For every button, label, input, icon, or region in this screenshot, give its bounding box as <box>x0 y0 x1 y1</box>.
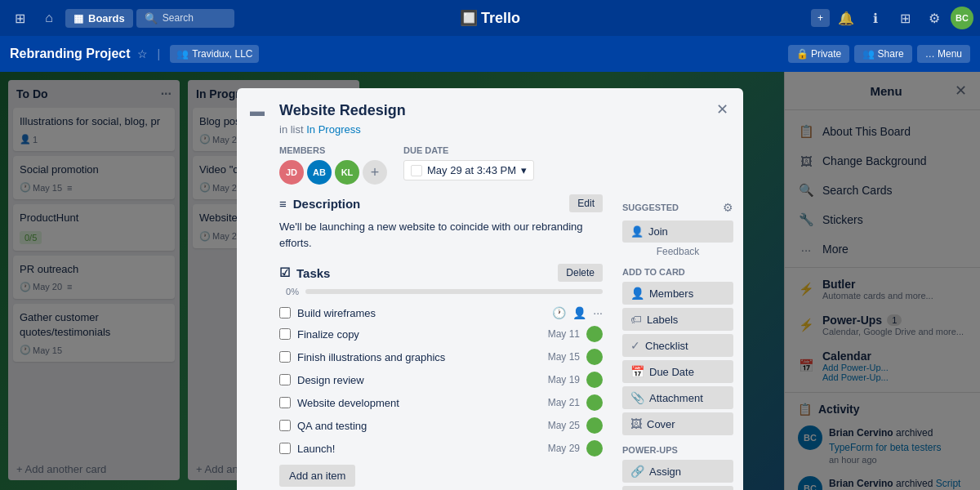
description-icon: ≡ <box>279 197 287 211</box>
topbar: ⊞ ⌂ ▦ Boards 🔍 Search 🔲 Trello + 🔔 ℹ ⊞ ⚙… <box>0 0 980 36</box>
labels-button[interactable]: 🏷 Labels <box>622 308 733 331</box>
due-date-checkbox[interactable] <box>411 165 422 176</box>
grid-icon[interactable]: ⊞ <box>7 5 33 31</box>
settings-icon[interactable]: ⚙ <box>921 5 947 31</box>
checklist-section: ☑ Tasks Delete 0% <box>279 264 603 487</box>
checklist-item-meta: May 29 <box>548 440 603 457</box>
user-avatar[interactable]: BC <box>951 7 973 29</box>
ci-avatar <box>586 349 603 365</box>
share-button[interactable]: 🔒 Private <box>788 45 850 63</box>
meta-row: MEMBERS JD AB KL + DUE DATE May 29 at 3:… <box>237 145 743 194</box>
member-avatar-3[interactable]: KL <box>335 160 359 185</box>
checklist-icon: ✓ <box>630 339 640 352</box>
board-actions: 🔒 Private 👥 Share … Menu <box>788 45 970 63</box>
butler-tips-button[interactable]: 🔔 Butler Tips (2) <box>622 486 733 490</box>
description-header: ≡ Description Edit <box>279 194 603 212</box>
due-date-text: May 25 <box>548 420 580 431</box>
checklist-item: Design review May 19 <box>279 368 603 391</box>
due-date-text: May 19 <box>548 374 580 385</box>
power-ups-label: POWER-UPS <box>622 445 733 455</box>
description-text: We'll be launching a new website to coin… <box>279 219 603 251</box>
ci-avatar <box>586 417 603 434</box>
menu-button[interactable]: … Menu <box>917 45 970 63</box>
assign-button[interactable]: 🔗 Assign <box>622 460 733 483</box>
attachment-button[interactable]: 📎 Attachment <box>622 386 733 409</box>
modal-overlay: ▬ Website Redesign in list In Progress ✕… <box>0 72 980 490</box>
checklist-checkbox[interactable] <box>279 397 291 408</box>
modal-sidebar: SUGGESTED ⚙ 👤 Join Feedback ADD TO CARD … <box>612 194 743 490</box>
more-icon[interactable]: ··· <box>593 306 603 319</box>
delete-checklist-button[interactable]: Delete <box>558 264 603 282</box>
checklist-item-text: QA and testing <box>297 420 367 432</box>
due-date-button[interactable]: 📅 Due Date <box>622 360 733 383</box>
suggested-label: SUGGESTED <box>622 203 679 212</box>
members-icon: 👤 <box>630 287 644 300</box>
members-label: MEMBERS <box>279 145 387 155</box>
checklist-checkbox[interactable] <box>279 307 291 318</box>
notifications-icon[interactable]: 🔔 <box>833 5 859 31</box>
modal-subtitle: in list In Progress <box>279 123 714 136</box>
due-date-picker[interactable]: May 29 at 3:43 PM ▾ <box>403 160 534 180</box>
checklist-checkbox[interactable] <box>279 420 291 431</box>
separator: | <box>158 47 161 60</box>
due-date-value: May 29 at 3:43 PM <box>427 164 516 176</box>
calendar-icon[interactable]: 🕐 <box>552 306 566 319</box>
attachment-icon: 📎 <box>630 391 644 404</box>
join-button[interactable]: 👤 Join <box>622 220 733 243</box>
add-item-button[interactable]: Add an item <box>279 465 355 487</box>
due-date-text: May 15 <box>548 351 580 363</box>
card-modal: ▬ Website Redesign in list In Progress ✕… <box>237 88 743 490</box>
due-date-text: May 21 <box>548 397 580 408</box>
add-member-button[interactable]: + <box>363 160 387 185</box>
checklist-item-meta: May 21 <box>548 394 603 411</box>
edit-description-button[interactable]: Edit <box>569 194 603 212</box>
checklist-button[interactable]: ✓ Checklist <box>622 334 733 357</box>
modal-close-button[interactable]: ✕ <box>710 98 733 121</box>
checklist-item-meta: 🕐 👤 ··· <box>552 306 603 319</box>
create-button[interactable]: + <box>811 9 830 27</box>
boards-button[interactable]: ▦ Boards <box>65 9 133 28</box>
checklist-item: Launch! May 29 <box>279 437 603 460</box>
org-button[interactable]: 👥 Travidux, LLC <box>170 45 259 63</box>
checklist-item-meta: May 11 <box>548 326 603 342</box>
chevron-down-icon: ▾ <box>521 164 527 176</box>
checklist-item-text: Build wireframes <box>297 307 376 319</box>
checklist-item: QA and testing May 25 <box>279 414 603 437</box>
due-date-section: DUE DATE May 29 at 3:43 PM ▾ <box>403 145 534 185</box>
filter-button[interactable]: 👥 Share <box>854 45 911 63</box>
cover-button[interactable]: 🖼 Cover <box>622 412 733 435</box>
checklist-item-text: Finalize copy <box>297 328 359 341</box>
checklist-title: ☑ Tasks <box>279 265 330 280</box>
home-icon[interactable]: ⌂ <box>36 5 62 31</box>
checklist-checkbox[interactable] <box>279 443 291 454</box>
progress-percent: 0% <box>279 287 299 296</box>
checklist-checkbox[interactable] <box>279 328 291 340</box>
modal-header: ▬ Website Redesign in list In Progress ✕ <box>237 88 743 145</box>
checklist-item-text: Finish illustrations and graphics <box>297 351 445 363</box>
cover-icon: 🖼 <box>630 417 642 430</box>
info-icon[interactable]: ℹ <box>862 5 889 31</box>
assign-icon[interactable]: 👤 <box>572 306 586 319</box>
members-section: MEMBERS JD AB KL + <box>279 145 387 185</box>
progress-bar: 0% <box>279 287 603 296</box>
member-avatar-2[interactable]: AB <box>307 160 332 185</box>
progress-bar-background <box>305 289 603 294</box>
search-bar[interactable]: 🔍 Search <box>136 9 234 28</box>
ci-avatar <box>586 372 603 388</box>
board-header: Rebranding Project ☆ | 👥 Travidux, LLC 🔒… <box>0 36 980 72</box>
members-row: JD AB KL + <box>279 160 387 185</box>
gear-icon[interactable]: ⚙ <box>723 201 733 214</box>
member-avatar-1[interactable]: JD <box>279 160 304 185</box>
checklist-checkbox[interactable] <box>279 351 291 363</box>
checklist-item: Finalize copy May 11 <box>279 323 603 345</box>
description-section: ≡ Description Edit We'll be launching a … <box>279 194 603 251</box>
modal-main: ≡ Description Edit We'll be launching a … <box>237 194 612 490</box>
members-button[interactable]: 👤 Members <box>622 282 733 305</box>
feedback-link[interactable]: Feedback <box>622 246 733 257</box>
star-icon[interactable]: ☆ <box>137 47 148 60</box>
modal-list-link[interactable]: In Progress <box>306 123 360 136</box>
board-title[interactable]: Rebranding Project <box>10 47 131 61</box>
checklist-checkbox[interactable] <box>279 374 291 385</box>
suggested-header: SUGGESTED ⚙ <box>622 201 733 214</box>
grid-apps-icon[interactable]: ⊞ <box>892 5 918 31</box>
